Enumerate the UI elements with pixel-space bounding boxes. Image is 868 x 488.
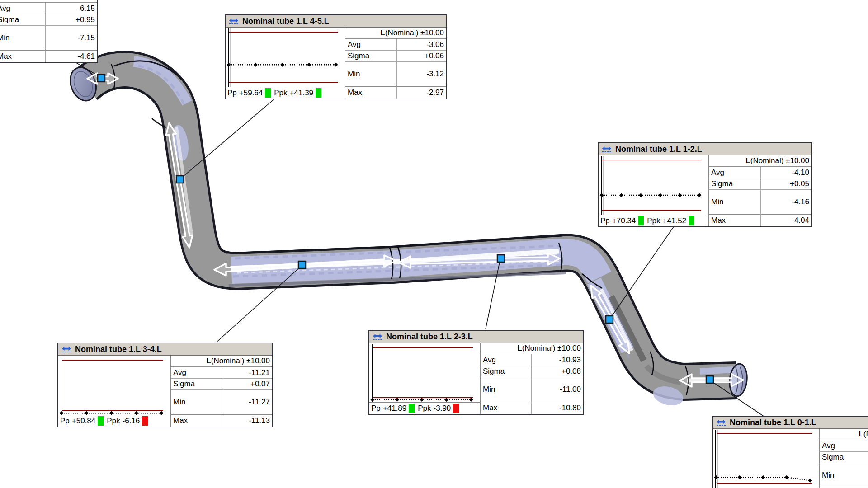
sigma-value: +0.95	[45, 14, 97, 26]
pp-status-box	[265, 88, 271, 98]
trend-point	[334, 63, 338, 67]
tolerance-header-bold: L	[859, 430, 863, 439]
ppk-label: Ppk	[418, 404, 431, 413]
min-label: Min	[170, 390, 223, 415]
sigma-value: +0.05	[760, 178, 811, 190]
trend-point	[395, 398, 399, 402]
panel-titlebar[interactable]: Nominal tube 1.L 4-5.L	[226, 15, 446, 28]
panel-title: Nominal tube 1.L 0-1.L	[730, 418, 816, 427]
trend-point	[160, 411, 164, 415]
trend-point	[619, 193, 623, 197]
leader-line	[611, 225, 675, 318]
sigma-value: +0.06	[396, 51, 446, 62]
trend-sparkline	[599, 155, 708, 215]
trend-chart	[599, 155, 708, 215]
trend-point	[254, 63, 258, 67]
tolerance-header-text: (Nominal) ±10.00	[385, 28, 444, 38]
tube-lavender-end	[700, 370, 733, 371]
ppk-label: Ppk	[274, 89, 287, 98]
max-label: Max	[0, 51, 45, 62]
panel-titlebar[interactable]: Nominal tube 1.L 3-4.L	[58, 343, 272, 356]
panel-titlebar[interactable]: Nominal tube 1.L 1-2.L	[599, 143, 811, 155]
max-value: -11.13	[223, 415, 272, 427]
trend-point	[808, 479, 812, 483]
ppk-status-box	[689, 216, 694, 225]
trend-chart	[58, 356, 170, 415]
tolerance-header: L(Nominal) ±10.00	[170, 356, 272, 367]
trend-point	[761, 475, 765, 479]
trend-point	[134, 411, 138, 415]
tolerance-header-text: (Nominal) ±10.00	[750, 156, 809, 165]
trend-point	[420, 398, 424, 402]
min-value: -4.16	[760, 190, 811, 215]
pp-label: Pp	[600, 216, 610, 225]
capability-row: Pp +59.64 Ppk +41.39	[226, 87, 345, 99]
tolerance-header-text: (Nominal) ±10.00	[211, 357, 270, 366]
trend-point	[639, 193, 643, 197]
measurement-marker[interactable]	[706, 376, 713, 383]
tolerance-header: L(Nominal) ±10.00	[708, 155, 811, 167]
measurement-panel-1-2: Nominal tube 1.L 1-2.L L(Nominal) ±10.00…	[598, 142, 812, 227]
ppk-value: -6.16	[123, 417, 140, 426]
capability-row: Pp +70.34 Ppk +41.52	[599, 215, 708, 226]
trend-point	[469, 398, 473, 402]
min-label: Min	[480, 377, 531, 402]
viewport-3d[interactable]: Avg -6.15 Sigma +0.95 Min -7.15 Max -4.6…	[0, 0, 868, 488]
pp-value: +59.64	[239, 89, 263, 98]
min-value: -7.15	[45, 26, 97, 51]
min-label: Min	[0, 26, 45, 51]
ppk-label: Ppk	[107, 417, 120, 426]
trend-point	[738, 475, 742, 479]
measurement-panel-4-5: Nominal tube 1.L 4-5.L L(Nominal) ±10.00…	[225, 14, 447, 99]
max-value: -2.97	[396, 87, 446, 99]
min-value: -11.00	[531, 377, 583, 402]
measurement-panel-2-3: Nominal tube 1.L 2-3.L L(Nominal) ±10.00…	[368, 330, 584, 415]
avg-label: Avg	[345, 39, 396, 51]
trend-point	[678, 193, 682, 197]
caliper-icon	[716, 419, 726, 426]
trend-chart	[226, 28, 345, 87]
ppk-status-box	[453, 404, 459, 413]
panel-titlebar[interactable]: Nominal tube 1.L 2-3.L	[369, 331, 583, 343]
panel-titlebar[interactable]: Nominal tube 1.L 0-1.L	[713, 417, 868, 429]
avg-value: -3.06	[396, 39, 446, 51]
measurement-marker[interactable]	[497, 255, 505, 262]
max-label: Max	[708, 215, 760, 226]
measurement-marker[interactable]	[98, 75, 105, 82]
tolerance-header-bold: L	[206, 357, 211, 366]
pp-value: +41.89	[383, 404, 406, 413]
sigma-label: Sigma	[708, 178, 760, 190]
avg-label: Avg	[480, 354, 531, 366]
tolerance-header-bold: L	[517, 344, 522, 353]
pp-label: Pp	[60, 417, 70, 426]
pp-status-box	[98, 416, 104, 426]
max-value: -10.80	[531, 402, 583, 414]
trend-sparkline	[369, 343, 480, 402]
caliper-icon	[61, 346, 71, 353]
min-value: -11.27	[223, 390, 272, 415]
pp-label: Pp	[371, 404, 381, 413]
pp-label: Pp	[227, 89, 237, 98]
max-label: Max	[170, 415, 223, 427]
max-value: -4.61	[45, 51, 97, 62]
tolerance-header-bold: L	[745, 156, 750, 165]
tolerance-header: L(Nominal) ±10.00	[345, 28, 446, 39]
avg-value: -10.93	[531, 354, 583, 366]
sigma-label: Sigma	[170, 379, 223, 390]
measurement-panel-3-4: Nominal tube 1.L 3-4.L L(Nominal) ±10.00…	[57, 343, 273, 427]
sigma-label: Sigma	[480, 366, 531, 377]
min-value: -3.12	[396, 62, 446, 87]
tolerance-header: L(Nominal) ±10.00	[480, 343, 583, 354]
ppk-value: -3.90	[434, 404, 451, 413]
trend-point	[785, 475, 789, 479]
tolerance-header-text: (Nominal) ±10.00	[863, 430, 868, 439]
pp-value: +70.34	[612, 216, 636, 225]
measurement-marker[interactable]	[606, 316, 613, 323]
trend-point	[307, 63, 311, 67]
max-label: Max	[480, 402, 531, 414]
panel-title: Nominal tube 1.L 2-3.L	[386, 332, 473, 342]
measurement-marker[interactable]	[298, 261, 306, 268]
trend-sparkline	[58, 356, 170, 415]
measurement-marker[interactable]	[176, 176, 184, 183]
avg-value: -11.21	[223, 367, 272, 379]
